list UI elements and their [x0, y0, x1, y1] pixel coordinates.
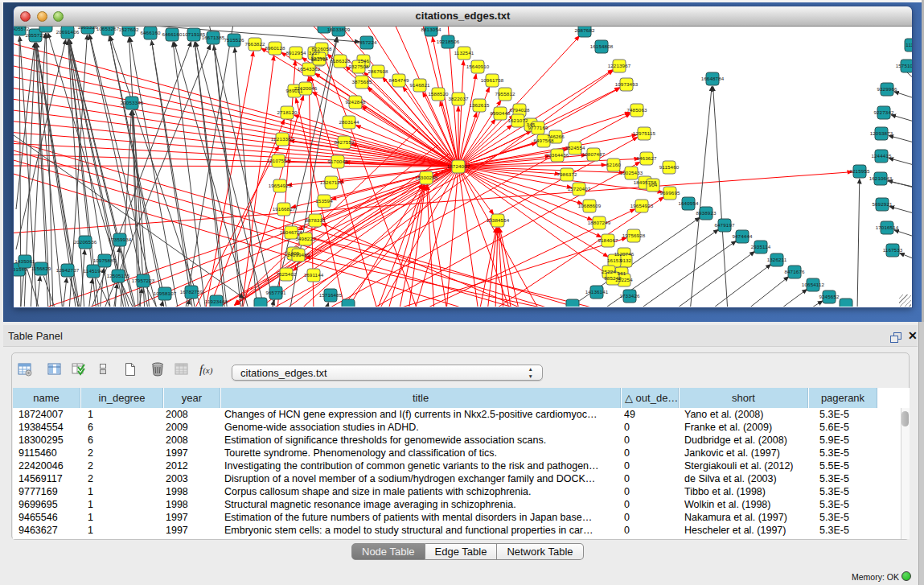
svg-text:12213363: 12213363 [271, 136, 294, 142]
svg-text:8878335: 8878335 [305, 217, 326, 223]
svg-text:20691406: 20691406 [56, 29, 80, 35]
svg-text:2087682: 2087682 [574, 27, 595, 33]
svg-text:16782759: 16782759 [180, 289, 203, 295]
svg-text:3498222: 3498222 [295, 236, 316, 241]
svg-text:7663822: 7663822 [244, 41, 265, 47]
svg-text:19654923: 19654923 [269, 183, 292, 188]
svg-text:18724007: 18724007 [447, 163, 470, 169]
svg-text:19384554: 19384554 [487, 217, 510, 223]
svg-text:1546: 1546 [358, 58, 370, 64]
svg-text:1132541: 1132541 [454, 50, 474, 56]
svg-text:15720407: 15720407 [568, 186, 591, 192]
svg-text:8454749: 8454749 [388, 77, 409, 83]
svg-text:19654923: 19654923 [630, 203, 654, 208]
svg-text:10107553: 10107553 [267, 158, 290, 163]
svg-text:15751024: 15751024 [896, 63, 912, 68]
svg-text:9227342: 9227342 [873, 109, 894, 115]
svg-text:9170046: 9170046 [327, 159, 348, 164]
svg-text:14099489: 14099489 [287, 252, 310, 257]
svg-text:62160: 62160 [606, 162, 621, 167]
svg-text:1405572: 1405572 [14, 27, 30, 31]
svg-text:20364436: 20364436 [546, 152, 569, 158]
svg-text:14136141: 14136141 [585, 289, 609, 295]
svg-text:9115460: 9115460 [659, 164, 680, 170]
svg-text:7625402: 7625402 [276, 271, 297, 277]
svg-text:8427552: 8427552 [334, 139, 355, 145]
svg-text:16046726: 16046726 [280, 229, 303, 235]
svg-text:13267110: 13267110 [320, 179, 343, 185]
svg-text:10653267: 10653267 [97, 27, 120, 31]
svg-text:153594: 153594 [315, 198, 333, 204]
svg-text:7485063: 7485063 [626, 107, 647, 113]
svg-text:17359934: 17359934 [109, 237, 132, 242]
svg-text:985248: 985248 [604, 275, 622, 281]
svg-text:1640954: 1640954 [678, 200, 699, 206]
svg-text:9146821: 9146821 [409, 82, 430, 88]
svg-text:1527602: 1527602 [118, 27, 139, 32]
svg-text:9245652: 9245652 [819, 294, 840, 299]
svg-text:9184067: 9184067 [598, 237, 618, 243]
svg-text:10961758: 10961758 [481, 77, 504, 83]
svg-text:10973493: 10973493 [615, 81, 639, 87]
svg-text:3824554: 3824554 [565, 145, 585, 150]
svg-text:10807487: 10807487 [582, 151, 606, 157]
svg-text:6466160: 6466160 [162, 31, 183, 37]
svg-text:19218506: 19218506 [437, 39, 460, 44]
svg-text:8215955: 8215955 [849, 168, 870, 174]
svg-text:10025433: 10025433 [620, 170, 643, 175]
svg-text:9474444: 9474444 [732, 233, 753, 239]
svg-text:8226058: 8226058 [311, 46, 332, 51]
svg-text:6794028: 6794028 [509, 107, 530, 113]
svg-text:16543362: 16543362 [298, 66, 321, 72]
svg-text:8471676: 8471676 [784, 269, 805, 274]
svg-text:1326211: 1326211 [767, 257, 787, 262]
svg-text:29053346: 29053346 [121, 100, 144, 105]
svg-text:1244415: 1244415 [871, 153, 892, 159]
svg-text:19166827: 19166827 [273, 206, 296, 212]
svg-text:3822037: 3822037 [448, 96, 469, 101]
svg-text:17957223: 17957223 [132, 278, 155, 283]
svg-text:1435061: 1435061 [14, 258, 35, 264]
svg-text:12942737: 12942737 [56, 267, 80, 273]
svg-text:25224: 25224 [602, 269, 616, 274]
svg-text:16033809: 16033809 [327, 27, 351, 32]
svg-text:3875685: 3875685 [351, 79, 372, 84]
svg-text:7857224: 7857224 [356, 39, 377, 45]
svg-text:19756928: 19756928 [622, 233, 646, 238]
svg-text:15716485: 15716485 [319, 292, 343, 298]
svg-text:1156829: 1156829 [31, 266, 51, 271]
svg-text:1145194: 1145194 [84, 268, 104, 274]
svg-text:18807249: 18807249 [588, 220, 611, 225]
svg-text:17016514: 17016514 [876, 225, 899, 230]
svg-text:9242848: 9242848 [345, 99, 366, 105]
svg-text:8912954: 8912954 [285, 50, 306, 56]
svg-text:8960128: 8960128 [265, 45, 285, 51]
svg-text:9699695: 9699695 [659, 190, 680, 196]
svg-text:11923448: 11923448 [205, 299, 228, 304]
svg-text:7986372: 7986372 [556, 171, 577, 177]
svg-text:9463627: 9463627 [636, 155, 657, 161]
svg-text:127503: 127503 [310, 56, 328, 61]
svg-text:8813054: 8813054 [421, 27, 441, 32]
svg-text:22420046: 22420046 [294, 85, 318, 91]
svg-text:2055721: 2055721 [25, 32, 46, 38]
svg-text:9657791: 9657791 [265, 290, 286, 295]
svg-text:10958107: 10958107 [154, 290, 177, 296]
svg-text:7955812: 7955812 [495, 91, 515, 97]
svg-text:10688609: 10688609 [578, 203, 602, 208]
svg-text:1120746: 1120746 [614, 251, 634, 257]
svg-text:9777169: 9777169 [528, 125, 548, 130]
svg-text:16671385: 16671385 [202, 35, 225, 40]
svg-text:5692921: 5692921 [872, 201, 893, 207]
svg-text:9329966: 9329966 [877, 86, 897, 92]
svg-text:12093873: 12093873 [870, 130, 893, 136]
svg-text:904: 904 [649, 182, 658, 187]
svg-text:991549: 991549 [14, 266, 27, 272]
svg-text:1117: 1117 [906, 42, 912, 47]
svg-text:16153: 16153 [607, 257, 622, 263]
svg-text:8938923: 8938923 [696, 210, 717, 216]
svg-text:20206536: 20206536 [74, 239, 97, 245]
svg-text:1588520: 1588520 [428, 91, 449, 97]
svg-text:6479197: 6479197 [714, 222, 735, 228]
svg-text:15640910: 15640910 [466, 64, 490, 69]
